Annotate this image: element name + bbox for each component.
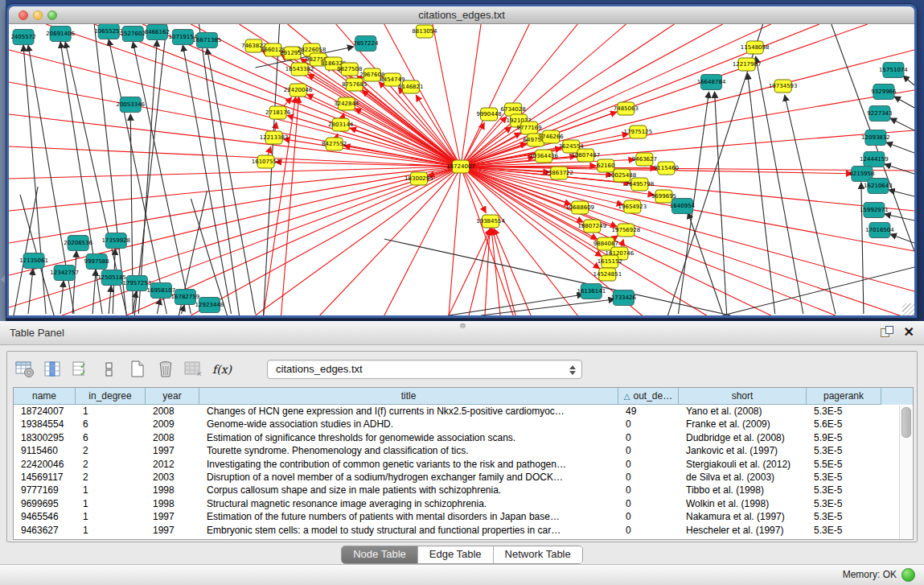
graph-node[interactable]: 7857224 bbox=[353, 36, 379, 51]
table-row[interactable]: 2242004622012Investigating the contribut… bbox=[14, 458, 881, 471]
graph-node[interactable]: 1640954 bbox=[670, 199, 696, 214]
graph-node[interactable]: 8813054 bbox=[412, 25, 437, 38]
graph-node[interactable]: 12135061 bbox=[19, 253, 48, 269]
graph-node[interactable]: 8466162 bbox=[145, 25, 170, 40]
table-row[interactable]: 977716911998Corpus callosum shape and si… bbox=[14, 484, 881, 496]
graph-node[interactable]: 10688609 bbox=[565, 201, 594, 214]
tab-network-table[interactable]: Network Table bbox=[494, 546, 582, 563]
graph-node[interactable]: 2405572 bbox=[10, 30, 35, 45]
graph-node[interactable]: 17359928 bbox=[101, 233, 130, 249]
graph-node[interactable]: 9997588 bbox=[84, 254, 109, 270]
window-resize-grip[interactable] bbox=[902, 303, 914, 315]
table-column-icon[interactable] bbox=[43, 359, 64, 380]
network-graph[interactable]: 1872400774638228660128891295428226058982… bbox=[9, 24, 914, 315]
graph-node-label: 9146821 bbox=[398, 84, 423, 91]
graph-node[interactable]: 12342757 bbox=[50, 266, 79, 281]
graph-node[interactable]: 15992971 bbox=[860, 203, 889, 218]
graph-node[interactable]: 17016504 bbox=[865, 223, 894, 238]
graph-node[interactable]: 9329966 bbox=[871, 84, 897, 100]
close-panel-icon[interactable]: ✕ bbox=[904, 326, 914, 338]
graph-node-label: 12213383 bbox=[260, 135, 289, 142]
graph-node[interactable]: 2803144 bbox=[328, 118, 354, 131]
table-row[interactable]: 946554611997Estimation of the future num… bbox=[14, 510, 881, 523]
graph-node-label: 8813054 bbox=[412, 29, 437, 35]
graph-node[interactable]: 20053346 bbox=[116, 97, 145, 113]
float-panel-icon[interactable] bbox=[881, 326, 893, 338]
graph-node-label: 16543382 bbox=[285, 67, 314, 73]
trash-icon[interactable] bbox=[155, 359, 176, 380]
graph-node[interactable]: 16671385 bbox=[193, 33, 222, 48]
memory-status-indicator[interactable] bbox=[901, 568, 915, 582]
graph-node[interactable]: 17975125 bbox=[624, 126, 653, 138]
column-header-title[interactable]: title bbox=[199, 388, 618, 405]
graph-edge bbox=[256, 167, 461, 315]
zoom-window-button[interactable] bbox=[47, 10, 57, 20]
rows-icon[interactable] bbox=[99, 359, 120, 380]
graph-nodes[interactable]: 1872400774638228660128891295428226058982… bbox=[10, 24, 908, 313]
graph-edge bbox=[134, 24, 166, 315]
splitter-collapse-arrow[interactable] bbox=[1, 275, 5, 283]
graph-node[interactable]: 15751074 bbox=[879, 63, 908, 78]
graph-node[interactable]: 16210643 bbox=[864, 179, 893, 194]
column-header-outde[interactable]: △out_de… bbox=[618, 388, 679, 405]
graph-node[interactable]: 16136141 bbox=[577, 284, 606, 299]
table-row[interactable]: 1938455462009Genome-wide association stu… bbox=[14, 418, 881, 431]
table-row[interactable]: 1456911722003Disruption of a novel membe… bbox=[14, 471, 881, 484]
table-row[interactable]: 1830029562008Estimation of significance … bbox=[14, 431, 881, 444]
table-row[interactable]: 969969511998Structural magnetic resonanc… bbox=[14, 497, 881, 510]
graph-node[interactable]: 12923448 bbox=[195, 298, 224, 313]
tab-node-table[interactable]: Node Table bbox=[342, 546, 418, 563]
close-window-button[interactable] bbox=[18, 10, 28, 20]
table-check-icon[interactable]: ✓✓ bbox=[71, 359, 92, 380]
graph-node[interactable]: 9990448 bbox=[476, 108, 501, 121]
table-panel: Table Panel ✕ ✓✓ bbox=[0, 321, 924, 585]
graph-node[interactable]: 19734593 bbox=[769, 80, 798, 93]
column-header-pagerank[interactable]: pagerank bbox=[807, 388, 881, 405]
dropdown-stepper-icon[interactable] bbox=[567, 363, 578, 377]
cell: Stergiakouli et al. (2012) bbox=[679, 458, 807, 471]
table-row[interactable]: 911546021997Tourette syndrome. Phenomeno… bbox=[14, 444, 881, 457]
table-panel-header[interactable]: Table Panel ✕ bbox=[0, 321, 924, 345]
graph-node[interactable]: 1733426 bbox=[611, 290, 637, 306]
graph-node[interactable]: 9227343 bbox=[867, 106, 892, 122]
graph-node[interactable]: 62160 bbox=[597, 159, 614, 172]
graph-node[interactable]: 12093832 bbox=[861, 130, 890, 146]
new-document-icon[interactable] bbox=[127, 359, 148, 380]
graph-node-label: 20691406 bbox=[46, 31, 75, 38]
graph-node-label: 18807249 bbox=[577, 224, 606, 230]
vertical-scrollbar[interactable] bbox=[899, 406, 912, 539]
graph-node[interactable]: 11548098 bbox=[741, 41, 770, 54]
graph-node[interactable]: 1527602 bbox=[121, 27, 146, 42]
splitter-handle[interactable] bbox=[460, 323, 466, 328]
table-row[interactable]: 946362711997Embryonic stem cells: a mode… bbox=[14, 524, 881, 537]
graph-node[interactable]: 12444159 bbox=[860, 152, 889, 167]
network-window-titlebar[interactable]: citations_edges.txt bbox=[9, 6, 914, 24]
table-settings-icon[interactable] bbox=[14, 359, 35, 380]
scrollbar-thumb[interactable] bbox=[901, 407, 911, 438]
graph-node[interactable]: 10655257 bbox=[94, 24, 123, 39]
graph-node[interactable]: 20206536 bbox=[64, 236, 92, 251]
cell: Estimation of significance thresholds fo… bbox=[199, 431, 618, 444]
column-header-name[interactable]: name bbox=[14, 388, 76, 405]
graph-node[interactable]: 9115460 bbox=[654, 162, 679, 175]
cell: Disruption of a novel member of a sodium… bbox=[199, 471, 618, 484]
tab-edge-table[interactable]: Edge Table bbox=[418, 546, 494, 563]
graph-edge bbox=[449, 167, 461, 315]
table-selector-dropdown[interactable]: citations_edges.txt bbox=[267, 360, 582, 379]
column-header-year[interactable]: year bbox=[146, 388, 199, 405]
graph-edge bbox=[264, 97, 296, 315]
network-canvas[interactable]: 1872400774638228660128891295428226058982… bbox=[9, 24, 914, 315]
graph-node[interactable]: 19384554 bbox=[476, 215, 505, 228]
cell: 1997 bbox=[146, 510, 199, 523]
column-header-short[interactable]: short bbox=[679, 388, 807, 405]
graph-node[interactable]: 20691406 bbox=[46, 27, 75, 42]
graph-node[interactable]: 16648784 bbox=[697, 75, 726, 90]
graph-node[interactable]: 9463627 bbox=[632, 153, 657, 166]
table-row[interactable]: 1872400712008Changes of HCN gene express… bbox=[14, 405, 881, 418]
minimize-window-button[interactable] bbox=[33, 10, 43, 20]
graph-node-label: 2803144 bbox=[328, 122, 354, 129]
graph-node[interactable]: 12217987 bbox=[733, 58, 762, 71]
network-window[interactable]: citations_edges.txt 18724007746382286601… bbox=[6, 4, 917, 318]
function-builder-icon[interactable]: f(x) bbox=[211, 359, 232, 380]
column-header-indegree[interactable]: in_degree bbox=[76, 388, 146, 405]
